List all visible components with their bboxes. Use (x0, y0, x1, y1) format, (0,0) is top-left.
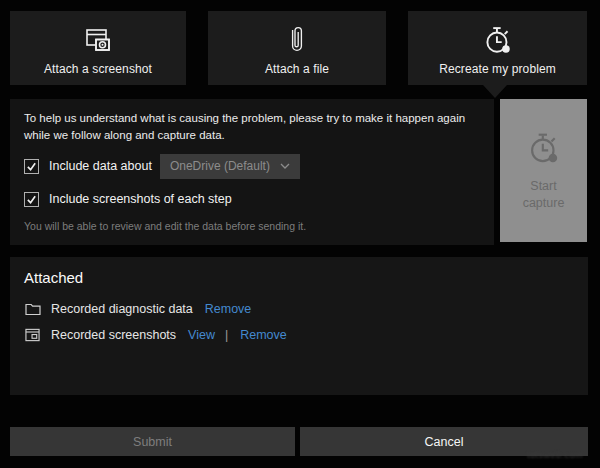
diagnostic-data-label: Recorded diagnostic data (51, 302, 193, 316)
include-data-label: Include data about (49, 159, 152, 173)
view-screenshots-link[interactable]: View (188, 328, 215, 342)
start-capture-label: Start capture (516, 178, 572, 213)
capture-description: To help us understand what is causing th… (24, 110, 486, 145)
remove-screenshots-link[interactable]: Remove (240, 328, 287, 342)
attach-screenshot-label: Attach a screenshot (44, 62, 152, 76)
screenshots-label: Recorded screenshots (51, 328, 176, 342)
start-capture-button[interactable]: Start capture (500, 99, 587, 242)
data-source-dropdown[interactable]: OneDrive (Default) (160, 154, 300, 179)
stopwatch-icon (481, 21, 515, 57)
feedback-hub-attachments-screen: Attach a screenshot Attach a file Recrea… (0, 0, 600, 468)
selected-callout-arrow (483, 85, 507, 98)
recreate-problem-button[interactable]: Recreate my problem (408, 11, 587, 85)
link-separator: | (225, 328, 228, 342)
include-screenshots-label: Include screenshots of each step (49, 192, 232, 206)
chevron-down-icon (280, 163, 290, 169)
screenshot-icon (82, 21, 114, 57)
attach-file-button[interactable]: Attach a file (208, 11, 386, 85)
watermark: tutsweb.com (527, 450, 583, 460)
include-data-row: Include data about OneDrive (Default) (24, 154, 480, 179)
submit-button[interactable]: Submit (10, 427, 295, 456)
attached-title: Attached (24, 269, 574, 286)
review-note: You will be able to review and edit the … (24, 220, 480, 232)
recreate-problem-panel: To help us understand what is causing th… (10, 99, 494, 245)
screenshots-row: Recorded screenshots View | Remove (24, 328, 574, 342)
folder-icon (24, 302, 41, 316)
diagnostic-data-row: Recorded diagnostic data Remove (24, 302, 574, 316)
attach-screenshot-button[interactable]: Attach a screenshot (10, 11, 186, 85)
remove-diagnostic-link[interactable]: Remove (205, 302, 252, 316)
data-source-dropdown-value: OneDrive (Default) (170, 159, 270, 173)
attached-panel: Attached Recorded diagnostic data Remove… (10, 257, 588, 395)
stopwatch-icon (525, 129, 563, 170)
include-screenshots-row: Include screenshots of each step (24, 192, 480, 207)
attach-file-label: Attach a file (265, 62, 329, 76)
recreate-problem-label: Recreate my problem (439, 62, 556, 76)
include-screenshots-checkbox[interactable] (24, 192, 39, 207)
screenshots-icon (24, 328, 41, 342)
paperclip-icon (289, 21, 305, 57)
include-data-checkbox[interactable] (24, 159, 39, 174)
